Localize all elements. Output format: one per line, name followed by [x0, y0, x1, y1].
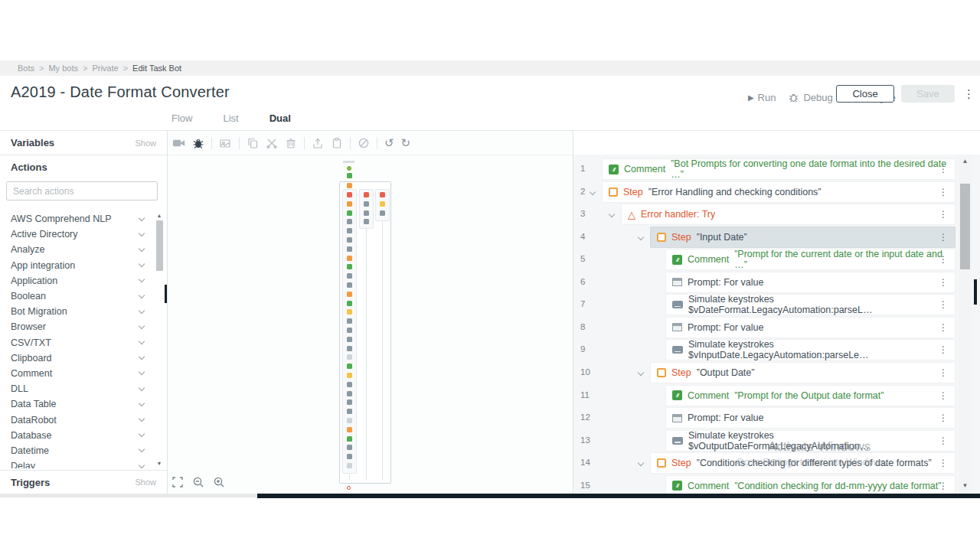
row-menu-button[interactable]: ⋮: [939, 322, 948, 333]
cut-icon[interactable]: [266, 137, 278, 149]
action-category-datetime[interactable]: Datetime: [0, 443, 153, 458]
row-menu-button[interactable]: ⋮: [939, 412, 948, 423]
minimap-node[interactable]: [364, 201, 369, 207]
action-category-boolean[interactable]: Boolean: [0, 289, 153, 304]
row-menu-button[interactable]: ⋮: [939, 344, 948, 355]
triggers-show-link[interactable]: Show: [135, 478, 156, 487]
minimap-node[interactable]: [347, 192, 352, 197]
minimap-node[interactable]: [347, 237, 352, 243]
minimap-node[interactable]: [380, 192, 385, 197]
minimap-node[interactable]: [347, 382, 352, 387]
copy-icon[interactable]: [247, 137, 259, 149]
collapse-chevron-icon[interactable]: [609, 211, 615, 217]
minimap-node[interactable]: [347, 418, 352, 423]
action-card[interactable]: //Comment”Prompt for the Output date for…: [665, 385, 956, 406]
delete-icon[interactable]: [285, 137, 297, 149]
flow-row-6[interactable]: 6Prompt: For value⋮: [573, 272, 980, 294]
minimap-node[interactable]: [347, 309, 352, 315]
minimap-node[interactable]: [347, 228, 352, 233]
action-card[interactable]: △Error handler: Try: [621, 204, 956, 225]
action-card[interactable]: //Comment”Prompt for the current date or…: [665, 249, 956, 270]
action-category-datarobot[interactable]: DataRobot: [0, 412, 153, 427]
minimap-node[interactable]: [364, 210, 369, 216]
flow-row-9[interactable]: 9Simulate keystrokes $vInputDate.LegacyA…: [573, 339, 980, 361]
minimap-node[interactable]: [347, 256, 352, 261]
action-card[interactable]: Step”Input Date”: [650, 227, 956, 248]
collapse-chevron-icon[interactable]: [638, 233, 644, 240]
minimap-node[interactable]: [347, 246, 352, 252]
minimap-node[interactable]: [347, 201, 352, 207]
minimap-node[interactable]: [380, 210, 385, 216]
collapse-chevron-icon[interactable]: [638, 370, 644, 376]
action-category-bot-migration[interactable]: Bot Migration: [0, 304, 153, 319]
flow-row-3[interactable]: 3△Error handler: Try⋮: [573, 204, 980, 226]
minimap-node[interactable]: [347, 436, 352, 442]
flow-row-1[interactable]: 1//Comment”Bot Prompts for converting on…: [573, 158, 980, 181]
row-menu-button[interactable]: ⋮: [939, 299, 948, 310]
action-category-database[interactable]: Database: [0, 428, 153, 443]
action-category-comment[interactable]: Comment: [0, 366, 153, 381]
action-category-csv-txt[interactable]: CSV/TXT: [0, 335, 153, 350]
minimap-node[interactable]: [364, 192, 369, 197]
minimap-node[interactable]: [347, 273, 352, 279]
action-category-analyze[interactable]: Analyze: [0, 242, 153, 257]
tab-flow[interactable]: Flow: [167, 111, 197, 132]
action-category-aws-comprehend-nlp[interactable]: AWS Comprehend NLP: [0, 211, 153, 227]
tab-dual[interactable]: Dual: [265, 111, 296, 132]
breadcrumb-item[interactable]: Bots: [18, 64, 34, 73]
minimap-node[interactable]: [347, 463, 352, 468]
record-camera-icon[interactable]: [172, 137, 185, 149]
tab-list[interactable]: List: [218, 111, 243, 132]
action-category-data-table[interactable]: Data Table: [0, 396, 153, 412]
minimap-node[interactable]: [347, 264, 352, 269]
search-actions-input[interactable]: [6, 181, 158, 201]
row-menu-button[interactable]: ⋮: [939, 254, 948, 265]
close-button[interactable]: Close: [836, 85, 894, 103]
action-card[interactable]: Prompt: For value: [665, 317, 956, 338]
fit-to-screen-icon[interactable]: [172, 476, 184, 491]
flow-row-5[interactable]: 5//Comment”Prompt for the current date o…: [573, 249, 980, 271]
snapshot-icon[interactable]: [219, 137, 232, 149]
minimap-node[interactable]: [347, 364, 352, 369]
flow-row-12[interactable]: 12Prompt: For value⋮: [573, 407, 980, 429]
minimap-node[interactable]: [347, 219, 352, 224]
sidebar-scroll-up-icon[interactable]: ▲: [155, 212, 164, 220]
flow-row-2[interactable]: 2Step”Error Handling and checking condit…: [573, 181, 980, 204]
row-menu-button[interactable]: ⋮: [939, 435, 948, 446]
triggers-header[interactable]: Triggers Show: [0, 470, 167, 494]
upload-icon[interactable]: [312, 137, 324, 149]
redo-icon[interactable]: ↻: [401, 136, 411, 150]
collapse-chevron-icon[interactable]: [638, 460, 644, 466]
row-menu-button[interactable]: ⋮: [939, 232, 948, 243]
row-menu-button[interactable]: ⋮: [939, 458, 948, 468]
header-menu-button[interactable]: ⋮: [963, 86, 975, 103]
row-menu-button[interactable]: ⋮: [939, 277, 948, 288]
flow-row-4[interactable]: 4Step”Input Date”⋮: [573, 227, 980, 249]
sidebar-scroll-down-icon[interactable]: ▼: [155, 460, 164, 468]
minimap-node[interactable]: [347, 454, 352, 459]
list-scroll-down-icon[interactable]: ▼: [959, 482, 972, 489]
minimap-node[interactable]: [347, 301, 352, 306]
minimap-node[interactable]: [347, 427, 352, 432]
action-card[interactable]: Step”Output Date”: [650, 362, 956, 383]
paste-icon[interactable]: [331, 137, 343, 149]
minimap-node[interactable]: [347, 409, 352, 414]
disable-action-icon[interactable]: [358, 137, 370, 149]
minimap-node[interactable]: [347, 282, 352, 288]
breadcrumb-item[interactable]: Private: [92, 64, 118, 73]
action-card[interactable]: Prompt: For value: [665, 407, 956, 429]
flow-row-11[interactable]: 11//Comment”Prompt for the Output date f…: [573, 385, 980, 407]
action-card[interactable]: Simulate keystrokes $vDateFormat.LegacyA…: [665, 294, 956, 315]
action-category-application[interactable]: Application: [0, 273, 153, 289]
flow-row-15[interactable]: 15//Comment”Condition checking for dd-mm…: [573, 475, 980, 494]
minimap-node[interactable]: [347, 354, 352, 360]
row-menu-button[interactable]: ⋮: [939, 390, 948, 401]
run-button[interactable]: ▶ Run: [748, 92, 776, 103]
action-category-app-integration[interactable]: App integration: [0, 258, 153, 273]
flow-row-7[interactable]: 7Simulate keystrokes $vDateFormat.Legacy…: [573, 294, 980, 316]
action-card[interactable]: //Comment”Bot Prompts for converting one…: [602, 158, 956, 180]
minimap-node[interactable]: [380, 201, 385, 207]
action-card[interactable]: Prompt: For value: [665, 272, 956, 293]
minimap-node[interactable]: [347, 399, 352, 405]
flow-row-8[interactable]: 8Prompt: For value⋮: [573, 317, 980, 339]
